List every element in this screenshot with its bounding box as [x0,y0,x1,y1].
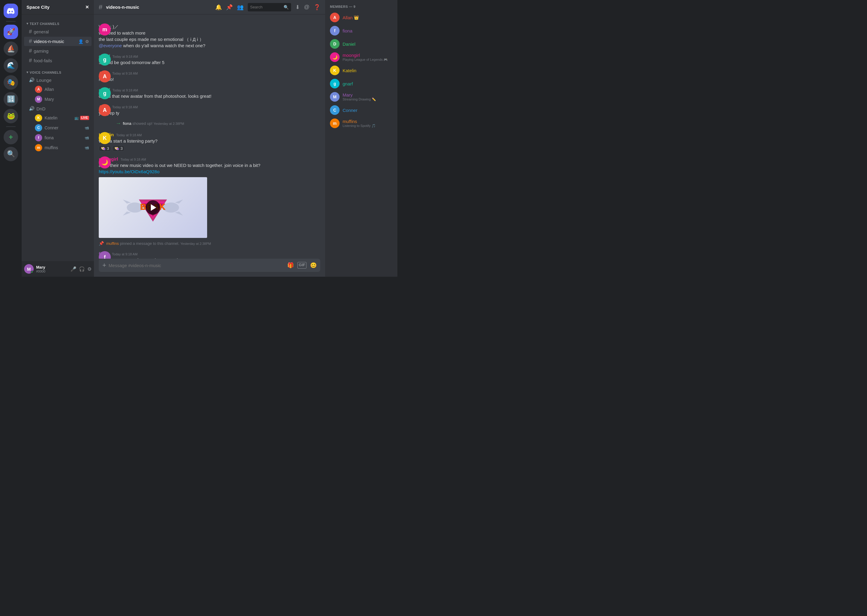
msg-text-gnarf-1: Should be good tomorrow after 5 [99,59,320,66]
server-icon-4[interactable]: 🎭 [4,75,18,90]
explore-servers-icon[interactable]: 🔍 [4,147,18,161]
member-item-muffins[interactable]: m muffins Listening to Spotify 🎵 [328,117,395,130]
msg-text-watch: we need to watch more [99,30,320,36]
download-icon[interactable]: ⬇ [295,4,300,11]
icon-bar-divider-2 [6,126,16,127]
member-item-allan[interactable]: A Allan 👑 [328,11,395,24]
server-icon-1[interactable]: 🚀 [4,25,18,39]
members-icon[interactable]: 👥 [237,4,244,11]
channel-gaming[interactable]: # gaming [24,46,91,56]
msg-avatar-allan-1: A [99,71,111,82]
svg-marker-4 [175,200,183,203]
video-embed[interactable]: BEAK [99,177,207,238]
member-item-conner[interactable]: C Conner [328,104,395,117]
reaction-bar-katelin: 👒 3 👒 3 [99,145,320,152]
voice-user-mary[interactable]: M Mary [24,94,91,104]
member-item-daniel[interactable]: D Daniel [328,37,395,50]
add-server-button[interactable]: + [4,130,18,145]
member-item-fiona[interactable]: f fiona [328,24,395,37]
server-icon-5[interactable]: 🔢 [4,92,18,107]
svg-marker-2 [123,211,131,215]
mention-everyone[interactable]: @everyone [99,43,122,48]
channel-name-videos-n-music: videos-n-music [34,39,64,44]
live-badge: LIVE [80,116,89,120]
muffins-avatar: m [35,144,42,151]
message-continuation: m \( ; ▽ ; )／ we need to watch more the … [94,23,325,49]
msg-text-katelin: wanna start a listening party? [99,138,320,144]
member-avatar-mary: M [330,92,340,102]
member-item-mary[interactable]: M Mary Streaming Drawing ✏️ [328,90,395,104]
member-info-fiona: fiona [342,28,353,33]
main-chat: # videos-n-music 🔔 📌 👥 🔍 ⬇ @ ❓ m \( ; ▽ … [94,0,325,277]
play-button[interactable] [146,200,160,215]
channel-food-fails[interactable]: # food-fails [24,56,91,65]
settings-icon[interactable]: ⚙ [87,266,91,272]
channels-list: ▾ TEXT CHANNELS # general # videos-n-mus… [22,14,94,261]
emoji-icon[interactable]: 😊 [310,262,317,269]
member-info-muffins: muffins Listening to Spotify 🎵 [342,119,376,128]
channel-name-general: general [34,29,49,34]
mary-avatar: M [35,96,42,103]
text-channels-header[interactable]: ▾ TEXT CHANNELS [22,17,94,27]
member-item-moongirl[interactable]: 🌙 moongirl Playing League of Legends 🎮 [328,50,395,64]
add-attachment-button[interactable]: + [102,261,106,269]
voice-user-fiona[interactable]: f fiona 📹 [24,133,91,143]
msg-content-1: \( ; ▽ ; )／ we need to watch more the la… [99,24,320,49]
headphones-icon[interactable]: 🎧 [79,266,85,272]
discord-home-icon[interactable] [4,4,18,18]
voice-channel-dnd[interactable]: 🔊 DnD [24,104,91,113]
server-icon-2[interactable]: ⛵ [4,41,18,56]
member-item-katelin[interactable]: K Katelin [328,64,395,77]
member-item-gnarf[interactable]: g gnarf [328,77,395,90]
gift-icon[interactable]: 🎁 [287,262,294,269]
voice-user-muffins[interactable]: m muffins 📹 [24,143,91,152]
muffins-link[interactable]: muffins [106,241,119,246]
server-header[interactable]: Space City ✕ [22,0,94,14]
channel-videos-n-music[interactable]: # videos-n-music 👤 ⚙ [24,37,91,46]
voice-channels-header[interactable]: ▾ VOICE CHANNELS [22,66,94,75]
system-message-pin: 📌 muffins pinned a message to this chann… [94,240,325,247]
member-name-moongirl: moongirl [342,53,360,58]
server-icon-6[interactable]: 🐸 [4,109,18,123]
conner-avatar: C [35,124,42,132]
member-info-daniel: Daniel [342,41,356,47]
mention-icon[interactable]: @ [304,4,309,10]
msg-avatar-gnarf-2: g [99,87,111,99]
channel-general[interactable]: # general [24,27,91,36]
reaction-count-1: 3 [107,146,109,151]
voice-user-katelin[interactable]: K Katelin 📺 LIVE [24,113,91,123]
voice-user-muffins-name: muffins [44,145,58,150]
microphone-icon[interactable]: 🎤 [71,266,76,272]
hash-icon: # [29,28,32,35]
search-input[interactable] [250,5,282,9]
svg-marker-1 [123,200,131,203]
voice-channel-lounge[interactable]: 🔊 Lounge [24,76,91,84]
help-icon[interactable]: ❓ [314,4,320,11]
message-allan-2: A Allan Today at 9:18 AM yep yep ty [94,104,325,117]
add-member-icon[interactable]: 👤 [78,39,84,44]
member-name-mary: Mary [342,92,353,97]
member-info-mary: Mary Streaming Drawing ✏️ [342,92,376,101]
reaction-1[interactable]: 👒 3 [99,145,111,152]
search-bar[interactable]: 🔍 [248,3,291,11]
gif-icon[interactable]: GIF [298,262,306,269]
member-avatar-allan: A [330,13,340,22]
msg-text-allan-1: me too! [99,76,320,82]
bell-icon[interactable]: 🔔 [215,4,222,11]
pin-icon[interactable]: 📌 [226,4,233,11]
msg-timestamp-katelin: Today at 9:18 AM [116,133,142,137]
member-info-gnarf: gnarf [342,81,353,86]
message-text-input[interactable] [109,263,287,268]
voice-user-allan[interactable]: A Allan [24,85,91,94]
current-channel-name: videos-n-music [106,5,139,9]
user-panel-icons: 🎤 🎧 ⚙ [71,266,91,272]
member-name-muffins: muffins [342,119,357,124]
server-icon-3[interactable]: 🌊 [4,58,18,73]
fiona-link[interactable]: fiona [123,121,131,126]
settings-icon[interactable]: ⚙ [85,39,89,44]
voice-user-conner[interactable]: C Conner 📹 [24,123,91,133]
msg-text-emoticon: \( ; ▽ ; )／ [99,24,320,30]
member-avatar-muffins: m [330,118,340,128]
reaction-2[interactable]: 👒 3 [112,145,125,152]
youtube-link[interactable]: https://youtu.be/OiDx6aQ928o [99,169,159,174]
